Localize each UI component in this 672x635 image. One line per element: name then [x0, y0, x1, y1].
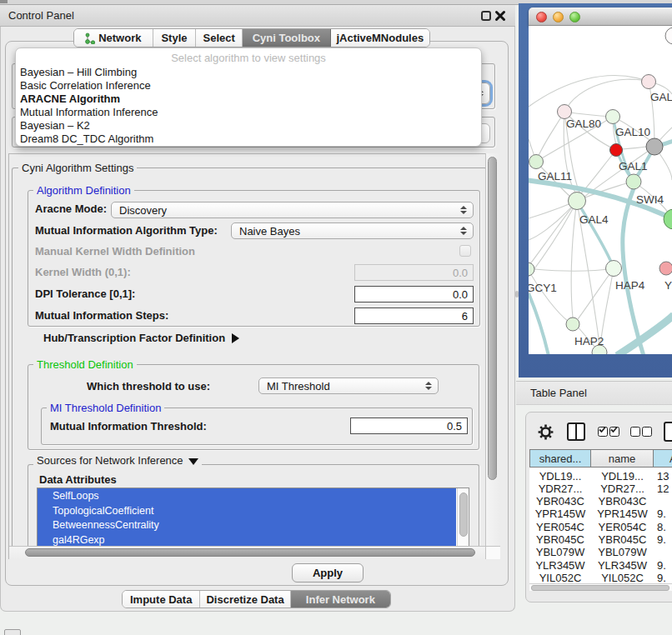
popup-item[interactable]: Bayesian – K2 — [16, 119, 481, 132]
column-header-name[interactable]: name — [591, 449, 654, 468]
popup-item[interactable]: Bayesian – Hill Climbing — [16, 66, 481, 79]
tab-impute-data[interactable]: Impute Data — [123, 591, 200, 608]
control-panel-titlebar[interactable] — [0, 5, 515, 27]
table-cell[interactable]: 8. — [657, 521, 666, 533]
checked-checkbox-icon[interactable] — [598, 427, 608, 437]
zoom-window-icon[interactable] — [569, 12, 580, 22]
list-item[interactable]: SelfLoops — [38, 488, 456, 503]
float-window-icon[interactable] — [481, 11, 491, 21]
tab-network[interactable]: Network — [74, 29, 153, 47]
horizontal-scrollbar-thumb[interactable] — [25, 548, 475, 557]
data-attributes-list[interactable]: SelfLoops TopologicalCoefficient Between… — [37, 488, 469, 546]
minimize-window-icon[interactable] — [553, 12, 564, 22]
manual-kernel-width-checkbox[interactable] — [459, 245, 471, 257]
apply-button[interactable]: Apply — [292, 563, 364, 582]
node-label: SWI4 — [636, 193, 664, 206]
collapsed-arrow-icon — [232, 333, 239, 343]
table-cell[interactable]: 12 — [657, 482, 669, 495]
table-hscrollbar-thumb[interactable] — [531, 585, 669, 591]
table-cell[interactable]: YBL079W — [529, 546, 591, 558]
mi-steps-field[interactable]: 6 — [354, 308, 474, 324]
table-cell[interactable]: YIL052C — [591, 572, 654, 583]
table-hscrollbar-track[interactable] — [529, 583, 672, 591]
cyni-bottom-tabs: Impute Data Discretize Data Infer Networ… — [122, 590, 391, 608]
mi-algorithm-type-combobox[interactable]: Naive Bayes — [231, 222, 474, 239]
which-threshold-combobox[interactable]: MI Threshold — [258, 378, 439, 394]
table-cell[interactable]: YDL19... — [591, 470, 654, 482]
table-cell[interactable]: YIL052C — [529, 572, 591, 583]
document-icon[interactable] — [664, 422, 672, 442]
aracne-mode-label: Aracne Mode: — [35, 202, 107, 215]
mi-algorithm-type-label: Mutual Information Algorithm Type: — [35, 224, 218, 237]
node-label: GAL11 — [538, 170, 572, 182]
network-node — [529, 155, 544, 169]
column-header-shared-name[interactable]: shared... — [529, 449, 591, 468]
table-cell[interactable]: YER054C — [591, 521, 654, 533]
table-cell[interactable]: 9. — [657, 533, 666, 546]
table-cell[interactable]: 9. — [657, 559, 666, 572]
mi-threshold-field[interactable]: 0.5 — [350, 418, 468, 434]
hub-section-toggle[interactable]: Hub/Transcription Factor Definition — [43, 332, 239, 344]
table-cell[interactable]: YDL19... — [529, 470, 591, 482]
table-cell[interactable]: 9. — [657, 508, 666, 520]
tab-select[interactable]: Select — [196, 29, 243, 47]
vertical-scrollbar-thumb[interactable] — [488, 157, 497, 480]
minimized-panel-button[interactable] — [4, 629, 21, 635]
tab-infer-network[interactable]: Infer Network — [291, 591, 390, 608]
table-cell[interactable]: 9. — [657, 572, 666, 583]
table-cell[interactable]: YBR045C — [529, 533, 591, 546]
gear-icon[interactable] — [538, 424, 554, 443]
table-cell[interactable]: YBR043C — [591, 495, 654, 508]
table-cell[interactable]: YDR27... — [529, 482, 591, 495]
table-cell[interactable]: YPR145W — [591, 508, 654, 520]
tab-jactivemnodules[interactable]: jActiveMNodules — [331, 29, 429, 47]
table-cell[interactable]: YBR043C — [529, 495, 591, 508]
list-item[interactable]: gal4RGexp — [38, 532, 456, 547]
node-label: Y — [664, 279, 672, 292]
dpi-tolerance-field[interactable]: 0.0 — [354, 286, 474, 302]
popup-item-selected[interactable]: ARACNE Algorithm — [16, 92, 481, 106]
network-view-canvas[interactable]: GAL2 GAL80 GAL10 GAL1 GAL11 SWI4 GAL4 GC… — [529, 26, 672, 354]
table-cell[interactable]: YLR345W — [591, 559, 654, 572]
column-header-partial[interactable]: A — [654, 449, 672, 468]
mi-steps-label: Mutual Information Steps: — [35, 309, 168, 322]
close-window-icon[interactable] — [536, 12, 547, 22]
list-scrollbar-thumb[interactable] — [459, 492, 468, 537]
list-item[interactable]: TopologicalCoefficient — [38, 503, 456, 518]
node-label: GAL80 — [566, 118, 601, 130]
tab-style[interactable]: Style — [153, 29, 197, 47]
table-cell[interactable]: YDR27... — [591, 482, 654, 495]
popup-item[interactable]: Dream8 DC_TDC Algorithm — [16, 132, 481, 146]
close-icon[interactable] — [494, 10, 506, 22]
table-cell[interactable]: YPR145W — [529, 508, 591, 520]
tab-cyni-toolbox[interactable]: Cyni Toolbox — [243, 29, 331, 47]
network-window-titlebar[interactable] — [529, 8, 672, 26]
kernel-width-field[interactable]: 0.0 — [354, 264, 474, 281]
combo-arrows-icon — [460, 206, 467, 214]
list-item[interactable]: BetweennessCentrality — [38, 518, 456, 532]
checked-checkbox-icon[interactable] — [609, 427, 619, 437]
manual-kernel-width-label: Manual Kernel Width Definition — [35, 245, 195, 258]
toolbar-notch — [0, 0, 8, 3]
control-panel-tabs: Network Style Select Cyni Toolbox jActiv… — [73, 28, 430, 48]
table-cell[interactable]: 13 — [657, 470, 669, 482]
popup-item[interactable]: Mutual Information Inference — [16, 106, 481, 119]
split-panel-icon[interactable] — [567, 422, 585, 441]
algorithm-definition-title: Algorithm Definition — [33, 184, 134, 197]
cyni-algorithm-settings-title: Cyni Algorithm Settings — [18, 162, 137, 174]
popup-item[interactable]: Basic Correlation Inference — [16, 79, 481, 92]
node-label: GAL4 — [579, 213, 609, 226]
table-cell[interactable]: YLR345W — [529, 559, 591, 572]
aracne-mode-combobox[interactable]: Discovery — [111, 202, 474, 218]
kernel-width-label: Kernel Width (0,1): — [35, 266, 131, 278]
table-panel-titlebar[interactable]: Table Panel — [516, 381, 672, 405]
unchecked-checkbox-icon[interactable] — [630, 427, 640, 437]
sources-title[interactable]: Sources for Network Inference — [33, 454, 202, 467]
network-node — [665, 28, 672, 44]
network-node — [646, 138, 663, 155]
table-cell[interactable]: YBL079W — [591, 546, 654, 558]
tab-discretize-data[interactable]: Discretize Data — [200, 591, 290, 608]
table-cell[interactable]: YBR045C — [591, 533, 654, 546]
unchecked-checkbox-icon[interactable] — [642, 427, 652, 437]
table-cell[interactable]: YER054C — [529, 521, 591, 533]
